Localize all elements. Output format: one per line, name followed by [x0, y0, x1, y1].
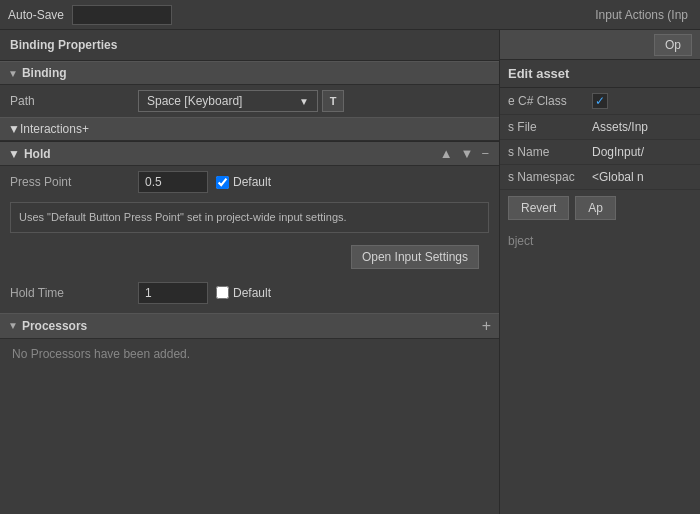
csharp-class-row: e C# Class [500, 88, 700, 115]
s-namespace-label: s Namespac [508, 170, 588, 184]
hold-time-row: Hold Time Default [0, 277, 499, 309]
hold-down-button[interactable]: ▼ [459, 146, 476, 161]
processors-section: ▼ Processors + No Processors have been a… [0, 313, 499, 369]
right-top-bar: Op [500, 30, 700, 60]
autosave-label: Auto-Save [8, 8, 64, 22]
interactions-add-button[interactable]: + [82, 122, 89, 136]
binding-section-header[interactable]: ▼ Binding [0, 61, 499, 85]
s-file-row: s File Assets/Inp [500, 115, 700, 140]
hold-label: Hold [24, 147, 51, 161]
csharp-class-checkbox[interactable] [592, 93, 608, 109]
s-file-value: Assets/Inp [592, 120, 692, 134]
binding-properties-header: Binding Properties [0, 30, 499, 61]
action-buttons: Revert Ap [500, 190, 700, 226]
hold-header: ▼ Hold ▲ ▼ − [0, 142, 499, 166]
hold-section: ▼ Hold ▲ ▼ − Press Point Default Use [0, 141, 499, 309]
hold-default-checkbox-label: Default [216, 286, 271, 300]
top-bar: Auto-Save Input Actions (Inp [0, 0, 700, 30]
hold-up-button[interactable]: ▲ [438, 146, 455, 161]
path-dropdown[interactable]: Space [Keyboard] ▼ [138, 90, 318, 112]
path-value-container: Space [Keyboard] ▼ T [138, 90, 489, 112]
hold-default-checkbox[interactable] [216, 286, 229, 299]
left-panel: Binding Properties ▼ Binding Path Space … [0, 30, 500, 514]
hold-time-label: Hold Time [10, 286, 130, 300]
s-name-value: DogInput/ [592, 145, 692, 159]
open-settings-container: Open Input Settings [0, 237, 499, 277]
hold-time-input[interactable] [138, 282, 208, 304]
main-layout: Binding Properties ▼ Binding Path Space … [0, 30, 700, 514]
default-checkbox[interactable] [216, 176, 229, 189]
revert-button[interactable]: Revert [508, 196, 569, 220]
hold-remove-button[interactable]: − [479, 146, 491, 161]
s-file-label: s File [508, 120, 588, 134]
op-button[interactable]: Op [654, 34, 692, 56]
hold-arrow-icon: ▼ [8, 147, 20, 161]
t-button[interactable]: T [322, 90, 344, 112]
right-panel: Op Edit asset e C# Class s File Assets/I… [500, 30, 700, 514]
object-label: bject [500, 226, 700, 256]
edit-asset-header: Edit asset [500, 60, 700, 88]
press-point-row: Press Point Default [0, 166, 499, 198]
default-checkbox-label[interactable]: Default [216, 175, 271, 189]
search-input[interactable] [72, 5, 172, 25]
interactions-section-header[interactable]: ▼ Interactions + [0, 117, 499, 141]
s-namespace-row: s Namespac <Global n [500, 165, 700, 190]
processors-section-header[interactable]: ▼ Processors + [0, 313, 499, 339]
info-box: Uses "Default Button Press Point" set in… [10, 202, 489, 233]
no-processors-text: No Processors have been added. [0, 339, 499, 369]
csharp-class-label: e C# Class [508, 94, 588, 108]
s-name-row: s Name DogInput/ [500, 140, 700, 165]
open-input-settings-button[interactable]: Open Input Settings [351, 245, 479, 269]
binding-arrow-icon: ▼ [8, 68, 18, 79]
path-label: Path [10, 94, 130, 108]
interactions-arrow-icon: ▼ [8, 122, 20, 136]
press-point-label: Press Point [10, 175, 130, 189]
apply-button[interactable]: Ap [575, 196, 616, 220]
s-name-label: s Name [508, 145, 588, 159]
path-row: Path Space [Keyboard] ▼ T [0, 85, 499, 117]
processors-arrow-icon: ▼ [8, 320, 18, 331]
dropdown-arrow-icon: ▼ [299, 96, 309, 107]
processors-add-button[interactable]: + [482, 318, 491, 334]
hold-controls: ▲ ▼ − [438, 146, 491, 161]
press-point-input[interactable] [138, 171, 208, 193]
right-panel-title: Input Actions (Inp [595, 8, 692, 22]
s-namespace-value: <Global n [592, 170, 692, 184]
